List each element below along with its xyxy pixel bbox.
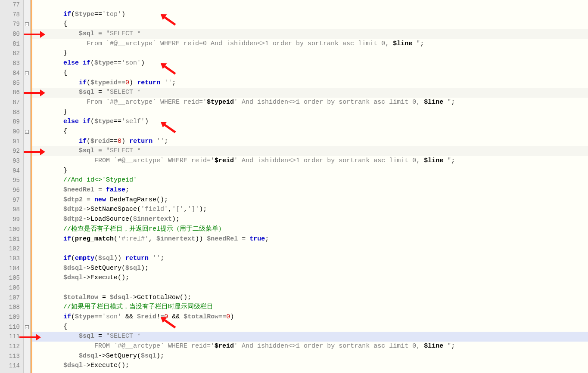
line-number: 105 [0, 273, 20, 283]
code-line[interactable]: From `#@__arctype` WHERE reid='$typeid' … [32, 98, 588, 108]
code-line[interactable]: $dtp2->SetNameSpace('field','[',']'); [32, 205, 588, 215]
line-number: 87 [0, 98, 20, 108]
line-number: 93 [0, 156, 20, 166]
code-line[interactable]: if(empty($sql)) return ''; [32, 254, 588, 264]
code-line[interactable]: $dtp2 = new DedeTagParse(); [32, 195, 588, 205]
line-number: 99 [0, 215, 20, 225]
code-line[interactable]: } [32, 108, 588, 117]
line-number: 88 [0, 108, 20, 117]
line-number: 79 [0, 19, 20, 29]
line-number: 114 [0, 361, 20, 371]
line-number: 108 [0, 302, 20, 312]
code-line[interactable]: $dtp2->LoadSource($innertext); [32, 215, 588, 225]
code-line[interactable]: if($typeid==0) return ''; [32, 78, 588, 88]
code-area[interactable]: if($type=='top') { $sql = "SELECT * From… [32, 0, 588, 373]
line-number: 112 [0, 342, 20, 351]
fold-toggle-icon[interactable]: - [25, 325, 29, 329]
line-number: 82 [0, 49, 20, 59]
line-number: 97 [0, 195, 20, 205]
line-number: 107 [0, 293, 20, 303]
fold-toggle-icon[interactable]: - [25, 71, 29, 75]
code-line[interactable]: $needRel = false; [32, 185, 588, 195]
line-number: 77 [0, 0, 20, 10]
code-line[interactable]: if($type=='son' && $reid!=0 && $totalRow… [32, 312, 588, 322]
line-number: 86 [0, 88, 20, 98]
code-line[interactable]: else if($type=='son') [32, 59, 588, 68]
line-number: 83 [0, 59, 20, 68]
fold-gutter[interactable]: ---- [24, 0, 31, 373]
code-line[interactable]: $dsql->Execute(); [32, 361, 588, 371]
code-line[interactable]: //如果用子栏目模式，当没有子栏目时显示同级栏目 [32, 302, 588, 312]
line-number: 81 [0, 39, 20, 49]
fold-toggle-icon[interactable]: - [25, 130, 29, 134]
code-line[interactable]: From `#@__arctype` WHERE reid=0 And ishi… [32, 39, 588, 49]
line-number: 94 [0, 166, 20, 176]
line-number: 95 [0, 176, 20, 185]
line-number: 103 [0, 254, 20, 264]
annotation-arrow-icon [24, 89, 41, 96]
code-line[interactable]: $sql = "SELECT * [32, 88, 588, 98]
line-number: 96 [0, 185, 20, 195]
code-line[interactable]: FROM `#@__arctype` WHERE reid='$reid' An… [32, 156, 588, 166]
code-line[interactable]: { [32, 19, 588, 29]
line-number: 92 [0, 146, 20, 156]
line-number: 85 [0, 78, 20, 88]
line-number: 109 [0, 312, 20, 322]
code-line[interactable]: else if($type=='self') [32, 117, 588, 127]
code-line[interactable]: } [32, 49, 588, 59]
annotation-arrow-icon [24, 31, 41, 38]
annotation-arrow-icon [162, 327, 175, 333]
code-line[interactable] [32, 283, 588, 293]
code-line[interactable]: $dsql->SetQuery($sql); [32, 351, 588, 361]
annotation-arrow-icon [162, 73, 175, 80]
code-line[interactable]: { [32, 68, 588, 78]
line-number: 111 [0, 332, 20, 342]
line-number: 90 [0, 127, 20, 137]
line-number: 110 [0, 322, 20, 332]
annotation-arrow-icon [19, 334, 37, 341]
code-line[interactable]: if($reid==0) return ''; [32, 137, 588, 147]
code-line[interactable]: { [32, 127, 588, 137]
code-editor[interactable]: 7778798081828384858687888990919293949596… [0, 0, 588, 373]
line-number: 98 [0, 205, 20, 215]
code-line[interactable]: //检查是否有子栏目，并返回rel提示（用于二级菜单） [32, 225, 588, 234]
line-number: 106 [0, 283, 20, 293]
code-line[interactable]: $sql = "SELECT * [32, 146, 588, 156]
code-line[interactable] [32, 0, 588, 10]
line-number: 89 [0, 117, 20, 127]
code-line[interactable]: } [32, 166, 588, 176]
annotation-arrow-icon [162, 131, 175, 138]
line-number: 102 [0, 244, 20, 254]
code-line[interactable]: $totalRow = $dsql->GetTotalRow(); [32, 293, 588, 303]
line-number: 104 [0, 264, 20, 274]
code-line[interactable]: $dsql->SetQuery($sql); [32, 264, 588, 274]
code-line[interactable]: $dsql->Execute(); [32, 273, 588, 283]
code-line[interactable]: if(preg_match('#:rel#', $innertext)) $ne… [32, 234, 588, 244]
line-number: 80 [0, 29, 20, 39]
line-number: 113 [0, 351, 20, 361]
code-line[interactable]: //And id<>'$typeid' [32, 176, 588, 185]
line-number: 100 [0, 225, 20, 234]
code-line[interactable]: FROM `#@__arctype` WHERE reid='$reid' An… [32, 342, 588, 351]
code-line[interactable]: $sql = "SELECT * [32, 29, 588, 39]
code-line[interactable]: { [32, 322, 588, 332]
line-number: 78 [0, 10, 20, 20]
code-line[interactable] [32, 244, 588, 254]
annotation-arrow-icon [162, 24, 175, 31]
line-number: 84 [0, 68, 20, 78]
line-number: 91 [0, 137, 20, 147]
annotation-arrow-icon [24, 148, 41, 155]
line-number: 101 [0, 234, 20, 244]
code-line[interactable]: if($type=='top') [32, 10, 588, 20]
fold-toggle-icon[interactable]: - [25, 22, 29, 26]
code-line[interactable]: $sql = "SELECT * [32, 332, 588, 342]
line-number-gutter: 7778798081828384858687888990919293949596… [0, 0, 24, 373]
